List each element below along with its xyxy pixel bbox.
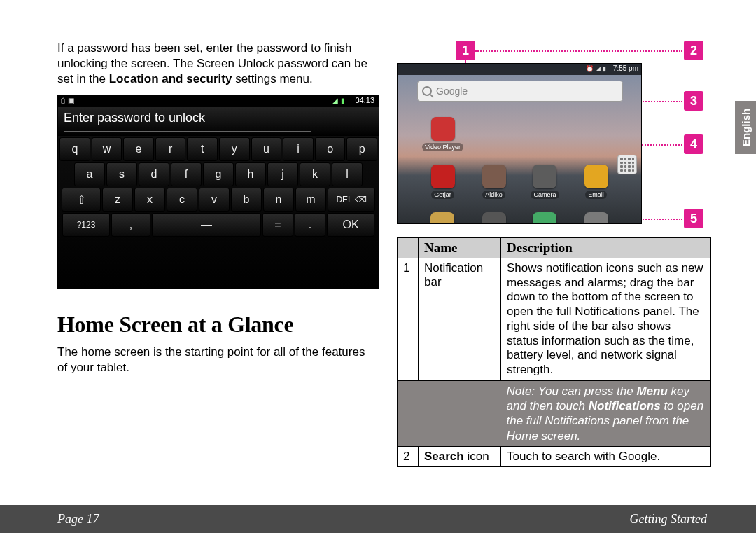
key-v: v (199, 188, 230, 212)
key-symbols: ?123 (62, 213, 110, 237)
footer-page: Page 17 (57, 512, 99, 527)
home-screen-screenshot: ⏰◢▮ 7:55 pm Google Video PlayerGetjarAld… (397, 63, 642, 224)
android-icon: ▣ (68, 97, 74, 104)
key-l: l (332, 162, 363, 186)
cell-note: Note: You can press the Menu key and the… (501, 380, 711, 446)
app-camera: Camera (531, 165, 559, 212)
app-icon (482, 165, 506, 188)
callout-4: 4 (684, 134, 704, 154)
search-icon (422, 86, 432, 96)
app-icon (482, 212, 506, 224)
status-left-icons: ⎙▣ (61, 97, 74, 104)
app-gallery: Gallery (430, 212, 456, 224)
key-q: q (59, 137, 90, 161)
app-music: Music (482, 212, 506, 224)
app-aldiko: Aldiko (482, 165, 506, 212)
app-icon (533, 165, 556, 188)
wifi-icon: ◢ (332, 97, 338, 104)
app-getjar: Getjar (431, 165, 455, 212)
search-bar: Google (417, 81, 623, 102)
key-d: d (139, 162, 169, 186)
home-status-time: 7:55 pm (613, 64, 638, 72)
key-t: t (187, 137, 218, 161)
home-status-icons: ⏰◢▮ (586, 65, 606, 72)
lockscreen-keyboard-screenshot: ⎙▣ ◢▮ 04:13 Enter password to unlock qwe… (57, 95, 379, 289)
th-num (398, 238, 419, 258)
intro-paragraph: If a password has been set, enter the pa… (57, 41, 372, 86)
cell-1-name: Notification bar (419, 258, 501, 381)
key-i: i (283, 137, 314, 161)
page-footer: Page 17 Getting Started (0, 505, 756, 533)
cell-1-desc: Shows notification icons such as new mes… (501, 258, 711, 381)
key-u: u (251, 137, 282, 161)
search-placeholder: Google (436, 85, 468, 97)
key-k: k (300, 162, 330, 186)
key-z: z (102, 188, 133, 212)
app-icon (533, 212, 556, 224)
key-f: f (171, 162, 202, 186)
usb-icon: ⎙ (61, 97, 65, 104)
app-icon (431, 165, 455, 188)
key-period: . (295, 213, 326, 237)
battery-icon: ▮ (341, 97, 345, 104)
key-e: e (123, 137, 154, 161)
status-right-icons: ◢▮ (332, 97, 345, 104)
key-y: y (219, 137, 250, 161)
app-email: Email (584, 165, 608, 212)
key-a: a (74, 162, 105, 186)
section-body: The home screen is the starting point fo… (57, 345, 372, 375)
key-n: n (263, 188, 294, 212)
home-screen-figure: 1 2 3 4 5 ⏰◢▮ 7:55 pm Googl (397, 41, 711, 226)
unlock-prompt: Enter password to unlock (58, 108, 379, 136)
app-icon (584, 212, 608, 224)
cell-2-name: Search icon (419, 446, 501, 466)
alarm-icon: ⏰ (586, 65, 594, 72)
app-label: Getjar (431, 191, 454, 199)
key-comma: , (111, 213, 150, 237)
language-tab: English (735, 101, 756, 154)
wifi-icon: ◢ (596, 65, 601, 72)
section-heading: Home Screen at a Glance (57, 312, 372, 338)
callout-2: 2 (684, 41, 704, 60)
app-icon (584, 165, 608, 188)
key-h: h (235, 162, 266, 186)
key-s: s (106, 162, 137, 186)
password-input (64, 127, 312, 132)
status-time: 04:13 (355, 96, 374, 104)
cell-1-num: 1 (398, 258, 419, 381)
th-desc: Description (501, 238, 711, 258)
app-label: Video Player (422, 143, 463, 151)
key-delete: DEL ⌫ (328, 188, 375, 212)
status-bar: ⎙▣ ◢▮ 04:13 (58, 95, 379, 108)
app-label: Email (585, 191, 607, 199)
callout-5: 5 (684, 209, 704, 228)
key-equals: = (262, 213, 293, 237)
app-video-player: Video Player (422, 117, 463, 165)
battery-icon: ▮ (603, 65, 606, 72)
th-name: Name (419, 238, 501, 258)
footer-section: Getting Started (630, 512, 708, 527)
key-ok: OK (327, 213, 374, 237)
key-x: x (134, 188, 165, 212)
key-p: p (346, 137, 377, 161)
key-g: g (203, 162, 234, 186)
app-label: Camera (531, 191, 559, 199)
callout-1: 1 (456, 41, 475, 60)
key-c: c (167, 188, 197, 212)
cell-2-num: 2 (398, 446, 419, 466)
callout-table: Name Description 1 Notification bar Show… (397, 237, 711, 467)
app-browser: Browser (531, 212, 559, 224)
key-w: w (92, 137, 122, 161)
app-icon (430, 212, 454, 224)
home-status-bar: ⏰◢▮ 7:55 pm (398, 64, 641, 75)
key-r: r (155, 137, 186, 161)
app-settings: Settings (582, 212, 610, 224)
cell-2-desc: Touch to search with Google. (501, 446, 711, 466)
app-label: Aldiko (482, 191, 505, 199)
key-j: j (267, 162, 298, 186)
key-m: m (295, 188, 326, 212)
callout-3: 3 (684, 91, 704, 111)
key-o: o (315, 137, 346, 161)
key-space: — (152, 213, 261, 237)
app-icon (431, 117, 455, 141)
